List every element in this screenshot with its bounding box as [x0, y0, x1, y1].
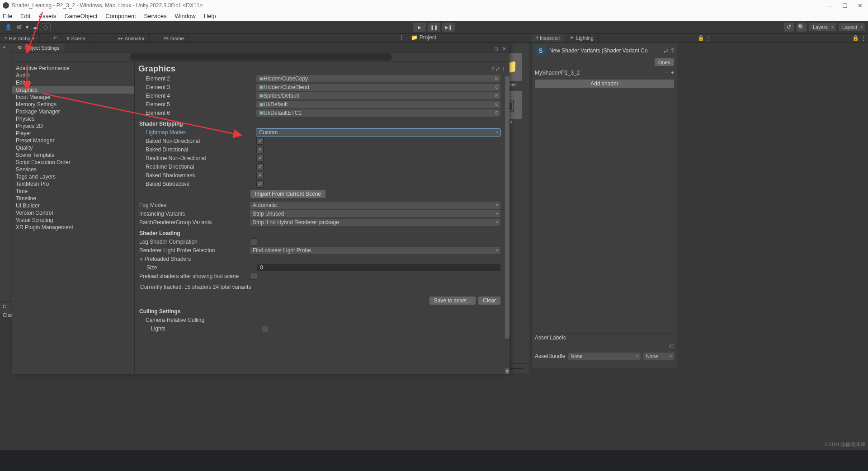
account-icon[interactable]: 👤: [3, 23, 14, 32]
search-icon[interactable]: 🔍: [797, 23, 807, 32]
menu-component[interactable]: Component: [105, 13, 136, 19]
shader-name-row[interactable]: MyShader/P2_3_2 −+: [532, 68, 677, 77]
sidebar-item-preset-manager[interactable]: Preset Manager: [12, 137, 134, 144]
tab-game[interactable]: 🎮Game: [159, 34, 189, 42]
assetbundle-dropdown[interactable]: None: [568, 353, 641, 360]
step-button[interactable]: ▶❚: [442, 23, 455, 32]
tab-scene[interactable]: #Scene: [62, 34, 90, 42]
object-picker-icon[interactable]: ⊙: [495, 75, 499, 81]
sidebar-item-scene-template[interactable]: Scene Template: [12, 151, 134, 159]
close-icon[interactable]: ✕: [858, 2, 863, 9]
tab-menu-icon[interactable]: ⋮: [484, 46, 491, 52]
sidebar-item-services[interactable]: Services: [12, 166, 134, 173]
menu-window[interactable]: Window: [175, 13, 195, 19]
sidebar-item-time[interactable]: Time: [12, 188, 134, 195]
menu-help[interactable]: Help: [204, 13, 216, 19]
lm-option-checkbox[interactable]: [256, 137, 264, 145]
maximize-icon[interactable]: ☐: [842, 2, 848, 9]
preset-icon[interactable]: ⇄: [495, 66, 500, 72]
pause-button[interactable]: ❚❚: [428, 23, 440, 32]
sidebar-item-textmesh-pro[interactable]: TextMesh Pro: [12, 180, 134, 188]
menu-icon[interactable]: ⋮: [501, 66, 506, 72]
tab-hierarchy[interactable]: ≡Hierarchy▸: [0, 34, 40, 42]
sidebar-item-timeline[interactable]: Timeline: [12, 195, 134, 202]
sidebar-item-input-manager[interactable]: Input Manager: [12, 94, 134, 101]
play-button[interactable]: ▶: [413, 23, 426, 32]
light-probe-dropdown[interactable]: Find closest Light Probe▾: [250, 247, 500, 254]
menu-assets[interactable]: Assets: [38, 13, 56, 19]
save-to-asset-button[interactable]: Save to asset...: [429, 297, 476, 305]
fog-modes-dropdown[interactable]: Automatic▾: [250, 202, 500, 209]
undo-history-icon[interactable]: ↺: [784, 23, 794, 32]
element-field[interactable]: ▣ Sprites/Default⊙: [256, 92, 500, 99]
tab-undo[interactable]: ↶: [49, 34, 62, 42]
lightmap-modes-dropdown[interactable]: Custom▾: [256, 129, 500, 136]
scrollbar-thumb[interactable]: [505, 76, 509, 339]
sidebar-item-memory-settings[interactable]: Memory Settings: [12, 101, 134, 108]
sidebar-item-quality[interactable]: Quality: [12, 144, 134, 151]
lock-icon[interactable]: 🔒: [698, 35, 704, 41]
preloaded-shaders-label[interactable]: ▼ Preloaded Shaders: [138, 256, 250, 262]
sidebar-item-tags-and-layers[interactable]: Tags and Layers: [12, 173, 134, 180]
object-picker-icon[interactable]: ⊙: [495, 110, 499, 116]
sidebar-item-visual-scripting[interactable]: Visual Scripting: [12, 217, 134, 224]
sidebar-item-player[interactable]: Player: [12, 130, 134, 137]
assetbundle-variant-dropdown[interactable]: None: [643, 353, 674, 360]
lm-option-checkbox[interactable]: [256, 172, 264, 179]
sidebar-item-package-manager[interactable]: Package Manager: [12, 108, 134, 115]
preload-after-checkbox[interactable]: [250, 273, 257, 280]
sidebar-item-physics[interactable]: Physics: [12, 115, 134, 122]
object-picker-icon[interactable]: ⊙: [495, 93, 499, 99]
tab-inspector[interactable]: ℹInspector: [532, 33, 565, 42]
account-name[interactable]: 楠: [14, 23, 24, 32]
add-shader-button[interactable]: Add shader: [535, 80, 674, 88]
lm-option-checkbox[interactable]: [256, 163, 264, 170]
menu-services[interactable]: Services: [144, 13, 167, 19]
preset-icon[interactable]: ⇄: [664, 47, 668, 54]
object-picker-icon[interactable]: ⊙: [495, 84, 499, 90]
menu-gameobject[interactable]: GameObject: [64, 13, 97, 19]
element-field[interactable]: ▣ Hidden/CubeBlend⊙: [256, 84, 500, 91]
scrollbar-down-icon[interactable]: ▼: [505, 368, 509, 374]
plus-icon[interactable]: +: [671, 70, 674, 76]
close-icon[interactable]: ✕: [500, 46, 508, 52]
sidebar-item-physics-2d[interactable]: Physics 2D: [12, 122, 134, 130]
import-from-scene-button[interactable]: Import From Current Scene: [250, 190, 326, 198]
menu-file[interactable]: File: [3, 13, 12, 19]
sidebar-item-script-execution-order[interactable]: Script Execution Order: [12, 159, 134, 166]
sidebar-item-audio[interactable]: Audio: [12, 72, 134, 79]
sidebar-item-adaptive-performance[interactable]: Adaptive Performance: [12, 65, 134, 72]
cloud-icon[interactable]: ☁: [30, 23, 41, 32]
minus-icon[interactable]: −: [665, 70, 668, 76]
help-icon[interactable]: ?: [671, 47, 674, 54]
lights-checkbox[interactable]: [262, 325, 269, 332]
sidebar-item-ui-builder[interactable]: UI Builder: [12, 202, 134, 209]
lm-option-checkbox[interactable]: [256, 155, 264, 162]
menu-edit[interactable]: Edit: [20, 13, 30, 19]
size-field[interactable]: 0: [257, 264, 500, 271]
open-button[interactable]: Open: [655, 58, 674, 66]
settings-icon[interactable]: ◌: [41, 23, 51, 31]
layout-dropdown[interactable]: Layout: [839, 23, 865, 31]
log-shader-compile-checkbox[interactable]: [250, 238, 257, 245]
layers-dropdown[interactable]: Layers: [809, 23, 836, 31]
sidebar-item-graphics[interactable]: Graphics: [12, 86, 134, 94]
element-field[interactable]: ▣ UI/DefaultETC1⊙: [256, 109, 500, 117]
element-field[interactable]: ▣ UI/Default⊙: [256, 101, 500, 108]
minimize-icon[interactable]: —: [826, 2, 832, 9]
lm-option-checkbox[interactable]: [256, 146, 264, 153]
project-settings-tab[interactable]: ⚙ Project Settings: [12, 43, 65, 52]
tab-project[interactable]: Project: [420, 34, 436, 41]
instancing-variants-dropdown[interactable]: Strip Unused▾: [250, 210, 500, 217]
tab-menu-icon[interactable]: ⋮: [706, 35, 712, 41]
dropdown-arrow-icon[interactable]: ▾: [24, 23, 30, 32]
sidebar-item-editor[interactable]: Editor: [12, 79, 134, 86]
lock-icon[interactable]: 🔒: [852, 35, 859, 41]
label-tag-icon[interactable]: 🏷: [669, 343, 674, 349]
object-picker-icon[interactable]: ⊙: [495, 101, 499, 107]
asset-labels-section[interactable]: Asset Labels: [532, 333, 677, 342]
element-field[interactable]: ▣ Hidden/CubeCopy⊙: [256, 75, 500, 82]
tab-animator[interactable]: ▸▸Animator: [114, 34, 150, 42]
tab-lighting[interactable]: ☀Lighting: [565, 33, 599, 42]
tab-menu-icon[interactable]: ⋮: [399, 34, 404, 41]
